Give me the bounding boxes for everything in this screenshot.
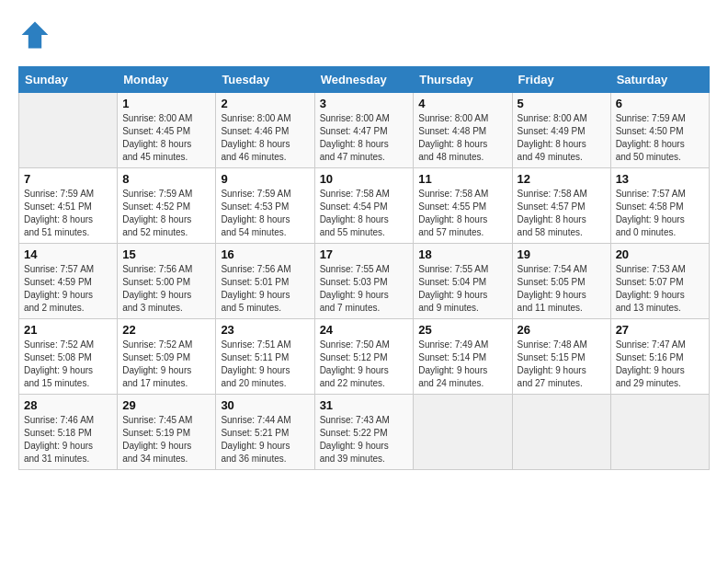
day-number: 20 bbox=[616, 247, 704, 261]
day-number: 24 bbox=[320, 323, 409, 337]
calendar-cell: 6Sunrise: 7:59 AMSunset: 4:50 PMDaylight… bbox=[610, 93, 709, 168]
calendar-cell bbox=[414, 395, 512, 470]
calendar-cell bbox=[610, 395, 709, 470]
cell-info: Sunrise: 7:59 AMSunset: 4:52 PMDaylight:… bbox=[122, 188, 210, 239]
page-header bbox=[18, 18, 710, 52]
calendar-cell: 3Sunrise: 8:00 AMSunset: 4:47 PMDaylight… bbox=[314, 93, 414, 168]
cell-info: Sunrise: 7:55 AMSunset: 5:04 PMDaylight:… bbox=[418, 263, 506, 315]
cell-info: Sunrise: 7:59 AMSunset: 4:50 PMDaylight:… bbox=[616, 112, 704, 164]
calendar-cell: 4Sunrise: 8:00 AMSunset: 4:48 PMDaylight… bbox=[414, 93, 512, 168]
calendar-cell: 31Sunrise: 7:43 AMSunset: 5:22 PMDayligh… bbox=[314, 395, 414, 470]
cell-info: Sunrise: 7:58 AMSunset: 4:57 PMDaylight:… bbox=[518, 188, 606, 239]
calendar-cell: 29Sunrise: 7:45 AMSunset: 5:19 PMDayligh… bbox=[118, 395, 216, 470]
calendar-cell bbox=[512, 395, 610, 470]
cell-info: Sunrise: 7:53 AMSunset: 5:07 PMDaylight:… bbox=[616, 263, 704, 315]
svg-marker-0 bbox=[22, 22, 49, 49]
calendar-row: 28Sunrise: 7:46 AMSunset: 5:18 PMDayligh… bbox=[19, 395, 710, 470]
calendar-cell: 24Sunrise: 7:50 AMSunset: 5:12 PMDayligh… bbox=[314, 319, 414, 395]
day-number: 31 bbox=[320, 398, 409, 412]
cell-info: Sunrise: 7:48 AMSunset: 5:15 PMDaylight:… bbox=[518, 339, 606, 390]
day-number: 7 bbox=[24, 172, 112, 186]
day-number: 16 bbox=[221, 247, 309, 261]
calendar-row: 14Sunrise: 7:57 AMSunset: 4:59 PMDayligh… bbox=[19, 244, 710, 319]
cell-info: Sunrise: 7:52 AMSunset: 5:09 PMDaylight:… bbox=[122, 339, 210, 390]
day-number: 18 bbox=[418, 247, 506, 261]
cell-info: Sunrise: 7:59 AMSunset: 4:53 PMDaylight:… bbox=[221, 188, 309, 239]
calendar-cell: 27Sunrise: 7:47 AMSunset: 5:16 PMDayligh… bbox=[610, 319, 709, 395]
calendar-cell: 5Sunrise: 8:00 AMSunset: 4:49 PMDaylight… bbox=[512, 93, 610, 168]
day-number: 29 bbox=[122, 398, 210, 412]
cell-info: Sunrise: 8:00 AMSunset: 4:49 PMDaylight:… bbox=[518, 112, 606, 164]
cell-info: Sunrise: 7:47 AMSunset: 5:16 PMDaylight:… bbox=[616, 339, 704, 390]
day-number: 3 bbox=[320, 97, 409, 110]
col-header-monday: Monday bbox=[118, 67, 216, 93]
calendar-cell bbox=[19, 93, 118, 168]
calendar-cell: 9Sunrise: 7:59 AMSunset: 4:53 PMDaylight… bbox=[216, 168, 314, 244]
calendar-cell: 2Sunrise: 8:00 AMSunset: 4:46 PMDaylight… bbox=[216, 93, 314, 168]
col-header-sunday: Sunday bbox=[19, 67, 118, 93]
cell-info: Sunrise: 7:59 AMSunset: 4:51 PMDaylight:… bbox=[24, 188, 112, 239]
cell-info: Sunrise: 7:54 AMSunset: 5:05 PMDaylight:… bbox=[518, 263, 606, 315]
day-number: 9 bbox=[221, 172, 309, 186]
day-number: 28 bbox=[24, 398, 112, 412]
day-number: 26 bbox=[518, 323, 606, 337]
cell-info: Sunrise: 7:43 AMSunset: 5:22 PMDaylight:… bbox=[320, 414, 409, 465]
day-number: 8 bbox=[122, 172, 210, 186]
cell-info: Sunrise: 7:58 AMSunset: 4:54 PMDaylight:… bbox=[320, 188, 409, 239]
calendar-cell: 7Sunrise: 7:59 AMSunset: 4:51 PMDaylight… bbox=[19, 168, 118, 244]
calendar-cell: 10Sunrise: 7:58 AMSunset: 4:54 PMDayligh… bbox=[314, 168, 414, 244]
calendar-header: SundayMondayTuesdayWednesdayThursdayFrid… bbox=[19, 67, 710, 93]
cell-info: Sunrise: 7:44 AMSunset: 5:21 PMDaylight:… bbox=[221, 414, 309, 465]
cell-info: Sunrise: 7:45 AMSunset: 5:19 PMDaylight:… bbox=[122, 414, 210, 465]
cell-info: Sunrise: 7:58 AMSunset: 4:55 PMDaylight:… bbox=[418, 188, 506, 239]
day-number: 11 bbox=[418, 172, 506, 186]
calendar-row: 7Sunrise: 7:59 AMSunset: 4:51 PMDaylight… bbox=[19, 168, 710, 244]
cell-info: Sunrise: 7:56 AMSunset: 5:01 PMDaylight:… bbox=[221, 263, 309, 315]
day-number: 6 bbox=[616, 97, 704, 110]
calendar-table: SundayMondayTuesdayWednesdayThursdayFrid… bbox=[18, 66, 710, 470]
day-number: 15 bbox=[122, 247, 210, 261]
logo bbox=[18, 18, 57, 52]
day-number: 14 bbox=[24, 247, 112, 261]
day-number: 19 bbox=[518, 247, 606, 261]
cell-info: Sunrise: 7:56 AMSunset: 5:00 PMDaylight:… bbox=[122, 263, 210, 315]
calendar-cell: 11Sunrise: 7:58 AMSunset: 4:55 PMDayligh… bbox=[414, 168, 512, 244]
day-number: 22 bbox=[122, 323, 210, 337]
calendar-cell: 14Sunrise: 7:57 AMSunset: 4:59 PMDayligh… bbox=[19, 244, 118, 319]
day-number: 27 bbox=[616, 323, 704, 337]
day-number: 23 bbox=[221, 323, 309, 337]
day-number: 17 bbox=[320, 247, 409, 261]
day-number: 12 bbox=[518, 172, 606, 186]
calendar-row: 1Sunrise: 8:00 AMSunset: 4:45 PMDaylight… bbox=[19, 93, 710, 168]
cell-info: Sunrise: 8:00 AMSunset: 4:48 PMDaylight:… bbox=[418, 112, 506, 164]
day-number: 13 bbox=[616, 172, 704, 186]
cell-info: Sunrise: 8:00 AMSunset: 4:47 PMDaylight:… bbox=[320, 112, 409, 164]
day-number: 5 bbox=[518, 97, 606, 110]
calendar-row: 21Sunrise: 7:52 AMSunset: 5:08 PMDayligh… bbox=[19, 319, 710, 395]
calendar-cell: 8Sunrise: 7:59 AMSunset: 4:52 PMDaylight… bbox=[118, 168, 216, 244]
calendar-cell: 20Sunrise: 7:53 AMSunset: 5:07 PMDayligh… bbox=[610, 244, 709, 319]
cell-info: Sunrise: 7:57 AMSunset: 4:58 PMDaylight:… bbox=[616, 188, 704, 239]
day-number: 21 bbox=[24, 323, 112, 337]
calendar-cell: 26Sunrise: 7:48 AMSunset: 5:15 PMDayligh… bbox=[512, 319, 610, 395]
calendar-cell: 18Sunrise: 7:55 AMSunset: 5:04 PMDayligh… bbox=[414, 244, 512, 319]
calendar-cell: 13Sunrise: 7:57 AMSunset: 4:58 PMDayligh… bbox=[610, 168, 709, 244]
calendar-cell: 25Sunrise: 7:49 AMSunset: 5:14 PMDayligh… bbox=[414, 319, 512, 395]
col-header-friday: Friday bbox=[512, 67, 610, 93]
col-header-tuesday: Tuesday bbox=[216, 67, 314, 93]
calendar-cell: 16Sunrise: 7:56 AMSunset: 5:01 PMDayligh… bbox=[216, 244, 314, 319]
cell-info: Sunrise: 7:52 AMSunset: 5:08 PMDaylight:… bbox=[24, 339, 112, 390]
day-number: 25 bbox=[418, 323, 506, 337]
calendar-cell: 19Sunrise: 7:54 AMSunset: 5:05 PMDayligh… bbox=[512, 244, 610, 319]
cell-info: Sunrise: 7:50 AMSunset: 5:12 PMDaylight:… bbox=[320, 339, 409, 390]
cell-info: Sunrise: 7:49 AMSunset: 5:14 PMDaylight:… bbox=[418, 339, 506, 390]
cell-info: Sunrise: 8:00 AMSunset: 4:45 PMDaylight:… bbox=[122, 112, 210, 164]
day-number: 4 bbox=[418, 97, 506, 110]
day-number: 1 bbox=[122, 97, 210, 110]
calendar-cell: 1Sunrise: 8:00 AMSunset: 4:45 PMDaylight… bbox=[118, 93, 216, 168]
cell-info: Sunrise: 7:55 AMSunset: 5:03 PMDaylight:… bbox=[320, 263, 409, 315]
cell-info: Sunrise: 7:51 AMSunset: 5:11 PMDaylight:… bbox=[221, 339, 309, 390]
col-header-thursday: Thursday bbox=[414, 67, 512, 93]
logo-icon bbox=[18, 18, 51, 52]
calendar-cell: 15Sunrise: 7:56 AMSunset: 5:00 PMDayligh… bbox=[118, 244, 216, 319]
